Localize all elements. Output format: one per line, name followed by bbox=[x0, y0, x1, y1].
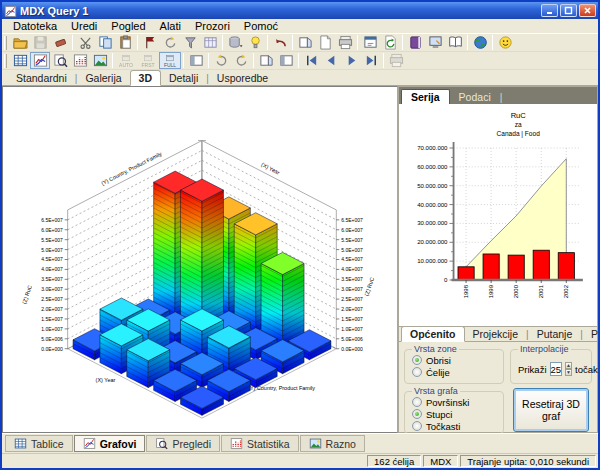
bottom-tab-razno[interactable]: Razno bbox=[300, 435, 365, 452]
radio-icon[interactable] bbox=[412, 355, 422, 365]
fit-first-button[interactable]: FRST bbox=[137, 52, 159, 69]
nav-prev-button[interactable] bbox=[321, 52, 341, 69]
preview-button[interactable] bbox=[50, 52, 70, 69]
radio-option-stupci[interactable]: Stupci bbox=[412, 408, 498, 420]
points-stepper[interactable]: ▲▼ bbox=[565, 362, 572, 376]
tab-3d[interactable]: 3D bbox=[130, 70, 161, 86]
bottom-tab-statistika[interactable]: Statistika bbox=[221, 435, 299, 452]
card-view-button[interactable] bbox=[186, 52, 206, 69]
minimize-button[interactable] bbox=[541, 4, 558, 17]
print-button[interactable] bbox=[335, 34, 355, 51]
nav-first-button[interactable] bbox=[301, 52, 321, 69]
radio-option-to-kasti[interactable]: Točkasti bbox=[412, 420, 498, 432]
tab-standardni[interactable]: Standardni bbox=[8, 71, 75, 85]
view-tabstrip: Standardni|Galerija3DDetalji|Usporedbe bbox=[2, 70, 598, 86]
panel-button[interactable] bbox=[276, 52, 296, 69]
about-button[interactable] bbox=[495, 34, 515, 51]
manual-button[interactable] bbox=[445, 34, 465, 51]
grid-chart-button[interactable] bbox=[200, 34, 220, 51]
radio-option--elije[interactable]: Ćelije bbox=[412, 366, 498, 378]
statistics-button[interactable] bbox=[70, 52, 90, 69]
copy-layout-button[interactable] bbox=[256, 52, 276, 69]
menu-item-4[interactable]: Prozori bbox=[188, 20, 237, 32]
bottom-tab-label: Grafovi bbox=[100, 438, 137, 450]
title-bar[interactable]: MDX Query 1 bbox=[2, 2, 598, 19]
interpolation-legend: Interpolacije bbox=[518, 344, 571, 354]
pages-button[interactable] bbox=[295, 34, 315, 51]
view-toolbar: AUTOFRSTFULL bbox=[2, 52, 598, 70]
tab-usporedbe[interactable]: Usporedbe bbox=[209, 71, 276, 85]
nav-first-icon bbox=[304, 53, 319, 68]
spin-up-icon[interactable]: ▲ bbox=[565, 362, 572, 369]
refresh-button[interactable] bbox=[380, 34, 400, 51]
status-cell-1: MDX bbox=[423, 455, 458, 467]
menu-item-2[interactable]: Pogled bbox=[104, 20, 152, 32]
maximize-button[interactable] bbox=[560, 4, 577, 17]
rotate-axes-button[interactable] bbox=[160, 34, 180, 51]
radio-icon[interactable] bbox=[412, 409, 422, 419]
tab-serija[interactable]: Serija bbox=[401, 89, 450, 104]
rotate-right-button[interactable] bbox=[231, 52, 251, 69]
copy-icon bbox=[98, 35, 113, 50]
close-button[interactable] bbox=[579, 4, 596, 17]
open-button[interactable] bbox=[10, 34, 30, 51]
z-tick-label-left: 2.0E+007 bbox=[41, 307, 63, 312]
pivot-button[interactable] bbox=[140, 34, 160, 51]
hint-button[interactable] bbox=[245, 34, 265, 51]
help-book-button[interactable] bbox=[405, 34, 425, 51]
tab-projekcije[interactable]: Projekcije bbox=[465, 327, 527, 341]
properties-button[interactable] bbox=[360, 34, 380, 51]
menu-item-0[interactable]: Datoteka bbox=[6, 20, 64, 32]
radio-icon[interactable] bbox=[412, 397, 422, 407]
reset-3d-button[interactable]: Resetiraj 3D graf bbox=[513, 388, 589, 432]
menu-item-1[interactable]: Uredi bbox=[64, 20, 104, 32]
tab-pomo-[interactable]: Pomoć bbox=[583, 327, 600, 341]
points-input[interactable]: 25 bbox=[550, 362, 563, 376]
tab-op-enito[interactable]: Općenito bbox=[401, 326, 465, 342]
z-tick-label-right: 6.5E+007 bbox=[341, 218, 363, 223]
clear-button[interactable] bbox=[50, 34, 70, 51]
z-tick-label-left: 4.0E+007 bbox=[41, 267, 63, 272]
tab-galerija[interactable]: Galerija bbox=[77, 71, 129, 85]
tab-detalji[interactable]: Detalji bbox=[161, 71, 206, 85]
new-document-button[interactable] bbox=[315, 34, 335, 51]
radio-icon[interactable] bbox=[412, 367, 422, 377]
menu-item-5[interactable]: Pomoć bbox=[237, 20, 285, 32]
chart-subtitle: za bbox=[515, 121, 522, 128]
toolbar-separator bbox=[253, 53, 254, 68]
cut-button[interactable] bbox=[75, 34, 95, 51]
radio-icon[interactable] bbox=[412, 421, 422, 431]
database-button[interactable] bbox=[225, 34, 245, 51]
save-button[interactable] bbox=[30, 34, 50, 51]
chart-3d[interactable]: 0.0E+0000.0E+0005.0E+0065.0E+0061.0E+007… bbox=[3, 87, 397, 432]
nav-last-button[interactable] bbox=[361, 52, 381, 69]
menu-item-3[interactable]: Alati bbox=[153, 20, 188, 32]
copy-button[interactable] bbox=[95, 34, 115, 51]
toolbar-separator bbox=[72, 35, 73, 50]
radio-option-povr-inski[interactable]: Površinski bbox=[412, 396, 498, 408]
web-button[interactable] bbox=[470, 34, 490, 51]
paste-button[interactable] bbox=[115, 34, 135, 51]
tab-putanje[interactable]: Putanje bbox=[529, 327, 581, 341]
radio-option-obrisi[interactable]: Obrisi bbox=[412, 354, 498, 366]
bar bbox=[458, 267, 474, 280]
fit-full-button[interactable]: FULL bbox=[159, 52, 181, 69]
tab-podaci[interactable]: Podaci bbox=[450, 90, 500, 104]
print-chart-button[interactable] bbox=[386, 52, 406, 69]
toolbar-grip[interactable] bbox=[4, 36, 7, 50]
demo-button[interactable] bbox=[425, 34, 445, 51]
nav-next-button[interactable] bbox=[341, 52, 361, 69]
misc-view-button[interactable] bbox=[90, 52, 110, 69]
rotate-right-icon bbox=[234, 53, 249, 68]
rotate-left-button[interactable] bbox=[211, 52, 231, 69]
fit-auto-button[interactable]: AUTO bbox=[115, 52, 137, 69]
toolbar-grip[interactable] bbox=[4, 54, 7, 68]
charts-view-button[interactable] bbox=[30, 52, 50, 69]
spin-down-icon[interactable]: ▼ bbox=[565, 369, 572, 376]
filter-button[interactable] bbox=[180, 34, 200, 51]
tables-view-button[interactable] bbox=[10, 52, 30, 69]
undo-button[interactable] bbox=[270, 34, 290, 51]
bottom-tab-pregledi[interactable]: Pregledi bbox=[146, 435, 220, 452]
bottom-tab-grafovi[interactable]: Grafovi bbox=[74, 435, 146, 452]
bottom-tab-tablice[interactable]: Tablice bbox=[5, 435, 73, 452]
